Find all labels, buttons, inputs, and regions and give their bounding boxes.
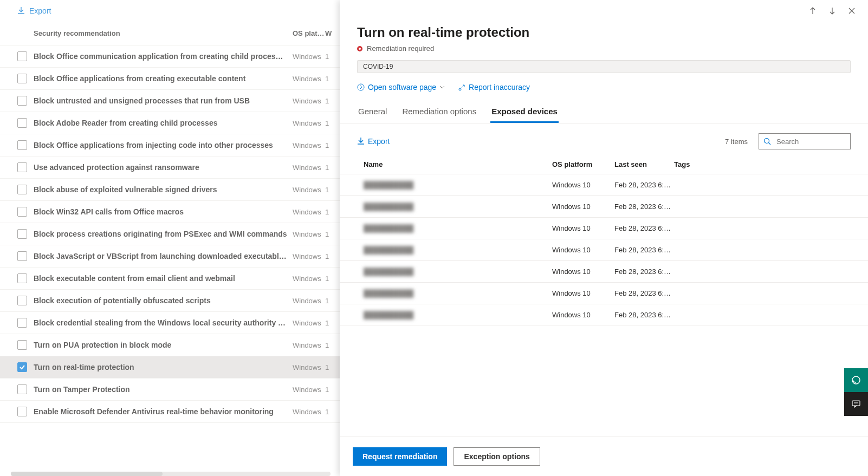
table-row[interactable]: Block Office applications from creating … (0, 68, 340, 90)
devices-export-button[interactable]: Export (357, 137, 390, 146)
device-row[interactable]: ██████████Windows 10Feb 28, 2023 6:49 … (340, 195, 868, 217)
table-row[interactable]: Block Win32 API calls from Office macros… (0, 201, 340, 223)
row-checkbox[interactable] (17, 185, 27, 194)
recommendation-count: 1 (325, 97, 336, 105)
row-checkbox[interactable] (17, 362, 27, 372)
col-w[interactable]: W (325, 29, 336, 37)
row-checkbox[interactable] (17, 140, 27, 150)
exception-options-button[interactable]: Exception options (454, 447, 540, 466)
table-row[interactable]: Block execution of potentially obfuscate… (0, 290, 340, 312)
help-button[interactable] (844, 368, 868, 392)
table-row[interactable]: Block untrusted and unsigned processes t… (0, 90, 340, 112)
col-os-platform[interactable]: OS platfo… (293, 29, 325, 37)
recommendation-count: 1 (325, 341, 336, 349)
row-checkbox[interactable] (17, 407, 27, 416)
table-row[interactable]: Block abuse of exploited vulnerable sign… (0, 179, 340, 201)
scrollbar-thumb[interactable] (11, 472, 163, 476)
row-checkbox[interactable] (17, 296, 27, 305)
row-checkbox[interactable] (17, 384, 27, 394)
table-row[interactable]: Block Adobe Reader from creating child p… (0, 112, 340, 134)
row-checkbox[interactable] (17, 162, 27, 172)
table-row[interactable]: Block executable content from email clie… (0, 268, 340, 290)
recommendation-os: Windows (293, 208, 325, 216)
row-checkbox[interactable] (17, 118, 27, 128)
device-row[interactable]: ██████████Windows 10Feb 28, 2023 6:54 … (340, 174, 868, 195)
table-row[interactable]: Turn on real-time protectionWindows1 (0, 356, 340, 379)
table-row[interactable]: Enable Microsoft Defender Antivirus real… (0, 401, 340, 423)
item-count: 7 items (725, 138, 748, 146)
open-software-page-link[interactable]: Open software page (357, 83, 445, 92)
col-device-name[interactable]: Name (357, 160, 552, 168)
horizontal-scrollbar[interactable] (11, 472, 331, 476)
export-label: Export (29, 6, 51, 15)
device-row[interactable]: ██████████Windows 10Feb 28, 2023 6:45 … (340, 304, 868, 325)
device-row[interactable]: ██████████Windows 10Feb 28, 2023 6:41 … (340, 282, 868, 304)
tab-general[interactable]: General (357, 101, 388, 123)
recommendation-count: 1 (325, 275, 336, 283)
table-row[interactable]: Block Office communication application f… (0, 45, 340, 68)
devices-table-header: Name OS platform Last seen Tags (340, 155, 868, 174)
recommendation-os: Windows (293, 252, 325, 260)
recommendation-os: Windows (293, 186, 325, 194)
close-button[interactable] (846, 5, 857, 16)
row-checkbox[interactable] (17, 251, 27, 261)
previous-button[interactable] (807, 5, 818, 16)
recommendation-os: Windows (293, 164, 325, 172)
row-checkbox[interactable] (17, 318, 27, 328)
recommendation-name: Block untrusted and unsigned processes t… (34, 96, 293, 105)
recommendation-count: 1 (325, 53, 336, 61)
col-device-os[interactable]: OS platform (552, 160, 614, 168)
device-os: Windows 10 (552, 246, 614, 254)
row-checkbox[interactable] (17, 74, 27, 83)
panel-status: Remediation required (340, 42, 868, 58)
search-box[interactable] (759, 133, 851, 149)
row-checkbox[interactable] (17, 229, 27, 239)
tag-chip[interactable]: COVID-19 (357, 60, 851, 73)
row-checkbox[interactable] (17, 207, 27, 217)
row-checkbox[interactable] (17, 96, 27, 106)
recommendation-os: Windows (293, 75, 325, 83)
table-row[interactable]: Block process creations originating from… (0, 223, 340, 245)
chevron-down-icon (439, 84, 445, 90)
table-row[interactable]: Block JavaScript or VBScript from launch… (0, 245, 340, 268)
device-name: ██████████ (357, 268, 552, 276)
recommendation-os: Windows (293, 363, 325, 371)
table-row[interactable]: Turn on PUA protection in block modeWind… (0, 334, 340, 356)
feedback-button[interactable] (844, 392, 868, 416)
table-row[interactable]: Block credential stealing from the Windo… (0, 312, 340, 334)
recommendation-name: Turn on real-time protection (34, 363, 293, 371)
device-os: Windows 10 (552, 268, 614, 276)
col-recommendation[interactable]: Security recommendation (34, 29, 293, 37)
recommendation-count: 1 (325, 363, 336, 371)
device-row[interactable]: ██████████Windows 10Feb 28, 2023 6:41 … (340, 239, 868, 260)
device-row[interactable]: ██████████Windows 10Feb 28, 2023 6:46 … (340, 260, 868, 282)
request-remediation-button[interactable]: Request remediation (353, 447, 447, 466)
tab-remediation-options[interactable]: Remediation options (401, 101, 477, 123)
device-row[interactable]: ██████████Windows 10Feb 28, 2023 6:49 … (340, 217, 868, 239)
search-input[interactable] (775, 137, 840, 146)
col-device-last-seen[interactable]: Last seen (614, 160, 674, 168)
recommendation-count: 1 (325, 119, 336, 127)
tab-exposed-devices[interactable]: Exposed devices (490, 101, 559, 123)
export-button[interactable]: Export (0, 0, 340, 22)
table-row[interactable]: Block Office applications from injecting… (0, 134, 340, 157)
row-checkbox[interactable] (17, 340, 27, 350)
table-row[interactable]: Use advanced protection against ransomwa… (0, 157, 340, 179)
device-last-seen: Feb 28, 2023 6:41 … (614, 246, 674, 254)
recommendation-os: Windows (293, 319, 325, 327)
panel-footer: Request remediation Exception options (340, 436, 868, 476)
col-device-tags[interactable]: Tags (674, 160, 851, 168)
panel-link-row: Open software page Report inaccuracy (340, 80, 868, 101)
report-icon (458, 83, 465, 91)
recommendation-os: Windows (293, 97, 325, 105)
next-button[interactable] (827, 5, 838, 16)
recommendation-name: Block Office applications from injecting… (34, 141, 293, 149)
row-checkbox[interactable] (17, 51, 27, 61)
device-os: Windows 10 (552, 181, 614, 189)
table-row[interactable]: Turn on Tamper ProtectionWindows1 (0, 379, 340, 401)
device-last-seen: Feb 28, 2023 6:45 … (614, 311, 674, 319)
row-checkbox[interactable] (17, 273, 27, 283)
recommendation-count: 1 (325, 252, 336, 260)
recommendation-name: Block process creations originating from… (34, 230, 293, 238)
report-inaccuracy-link[interactable]: Report inaccuracy (458, 83, 530, 92)
